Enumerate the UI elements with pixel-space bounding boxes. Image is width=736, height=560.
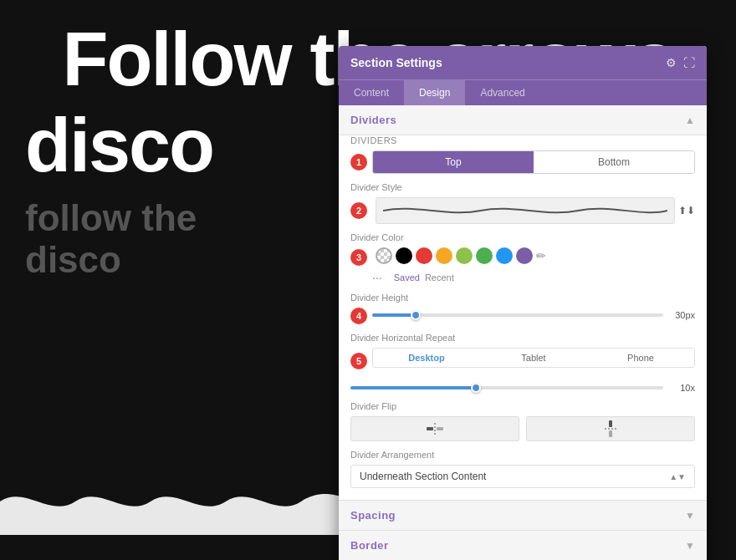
bg-subtext-1: follow the: [0, 197, 197, 239]
dividers-content: Dividers 1 Top Bottom Divider Style 2 ⬆⬇: [339, 135, 707, 500]
divider-height-row: 4 30px: [350, 308, 695, 324]
dividers-chevron-icon: ▲: [685, 115, 695, 126]
color-green[interactable]: [476, 247, 493, 264]
settings-icon[interactable]: ⚙: [666, 56, 677, 69]
svg-rect-1: [437, 427, 443, 430]
divider-style-preview[interactable]: [376, 197, 675, 224]
divider-color-row: 3 ✏ ··· Sav: [350, 247, 695, 284]
top-bottom-toggle-row: 1 Top Bottom: [350, 150, 695, 174]
color-orange[interactable]: [436, 247, 452, 264]
device-tab-phone[interactable]: Phone: [587, 349, 694, 367]
saved-recent-row: Saved Recent: [394, 272, 454, 283]
divider-height-value: 30px: [670, 310, 695, 320]
border-section[interactable]: Border ▼: [339, 530, 707, 560]
device-tabs: Desktop Tablet Phone: [372, 348, 695, 368]
device-tab-tablet[interactable]: Tablet: [480, 349, 587, 367]
flip-v-icon: [605, 420, 616, 437]
flip-vertical-btn[interactable]: [526, 416, 695, 441]
repeat-fill: [350, 386, 476, 389]
step-2-badge: 2: [350, 202, 367, 219]
expand-icon[interactable]: ⛶: [683, 56, 695, 69]
svg-rect-4: [609, 430, 612, 437]
top-bottom-toggle[interactable]: Top Bottom: [372, 150, 695, 174]
color-light-green[interactable]: [456, 247, 473, 264]
repeat-thumb[interactable]: [471, 383, 481, 393]
recent-button[interactable]: Recent: [425, 272, 454, 283]
panel-header: Section Settings ⚙ ⛶: [339, 46, 707, 79]
dividers-section-header[interactable]: Dividers ▲: [339, 105, 707, 135]
flip-horizontal-btn[interactable]: [350, 416, 519, 441]
color-red[interactable]: [416, 247, 432, 264]
svg-rect-0: [427, 427, 433, 430]
wave-decoration: [0, 468, 351, 535]
flip-h-icon: [427, 423, 443, 435]
panel-title: Section Settings: [350, 56, 442, 69]
arrangement-select[interactable]: Underneath Section Content ▲▼: [350, 465, 695, 488]
dividers-section-label: Dividers: [350, 114, 396, 126]
repeat-value: 10x: [670, 383, 695, 393]
color-black[interactable]: [396, 247, 412, 264]
spacing-section[interactable]: Spacing ▼: [339, 500, 707, 530]
step-3-badge: 3: [350, 249, 367, 266]
panel-header-icons: ⚙ ⛶: [666, 56, 695, 69]
divider-style-row: 2 ⬆⬇: [350, 197, 695, 224]
divider-height-thumb[interactable]: [411, 310, 421, 320]
divider-height-slider-row: 30px: [372, 310, 695, 320]
color-transparent[interactable]: [376, 247, 392, 264]
saved-button[interactable]: Saved: [394, 272, 420, 283]
step-5-badge: 5: [350, 353, 367, 369]
divider-height-slider[interactable]: [372, 313, 663, 317]
device-tabs-row: 5 Desktop Tablet Phone: [350, 348, 695, 374]
step-4-badge: 4: [350, 308, 367, 324]
color-dots[interactable]: ···: [372, 271, 382, 284]
repeat-slider-row: 10x: [350, 383, 695, 393]
tab-design[interactable]: Design: [404, 80, 465, 105]
tab-advanced[interactable]: Advanced: [465, 80, 539, 105]
tab-content[interactable]: Content: [339, 80, 404, 105]
divider-wave-svg: [383, 202, 667, 219]
arrangement-value: Underneath Section Content: [360, 471, 669, 482]
arrangement-arrow: ▲▼: [669, 472, 686, 481]
color-blue[interactable]: [496, 247, 513, 264]
step-1-badge: 1: [350, 154, 367, 171]
divider-height-label: Divider Height: [350, 293, 695, 303]
repeat-slider[interactable]: [350, 386, 663, 389]
border-chevron: ▼: [685, 540, 695, 552]
divider-flip-label: Divider Flip: [350, 401, 695, 411]
border-label: Border: [350, 539, 389, 552]
dividers-sub-label: Dividers: [350, 135, 695, 145]
divider-height-fill: [372, 313, 416, 317]
bottom-toggle-btn[interactable]: Bottom: [534, 151, 694, 173]
divider-color-label: Divider Color: [350, 232, 695, 242]
panel-tabs: Content Design Advanced: [339, 79, 707, 105]
spacing-chevron: ▼: [685, 510, 695, 522]
bg-headline-2: disco: [0, 103, 213, 189]
divider-style-arrow[interactable]: ⬆⬇: [678, 205, 695, 216]
device-tab-desktop[interactable]: Desktop: [373, 349, 480, 367]
bg-subtext-2: disco: [0, 239, 121, 281]
divider-horizontal-repeat-label: Divider Horizontal Repeat: [350, 333, 695, 343]
pencil-icon[interactable]: ✏: [536, 249, 546, 262]
svg-rect-3: [609, 420, 612, 427]
panel-body: Dividers ▲ Dividers 1 Top Bottom Divider…: [339, 105, 707, 560]
top-toggle-btn[interactable]: Top: [373, 151, 534, 173]
flip-row: [350, 416, 695, 441]
color-purple[interactable]: [516, 247, 533, 264]
divider-style-label: Divider Style: [350, 182, 695, 192]
color-swatches: ✏: [376, 247, 546, 264]
spacing-label: Spacing: [350, 509, 396, 522]
divider-arrangement-label: Divider Arrangement: [350, 450, 695, 460]
section-settings-panel: Section Settings ⚙ ⛶ Content Design Adva…: [339, 46, 707, 560]
